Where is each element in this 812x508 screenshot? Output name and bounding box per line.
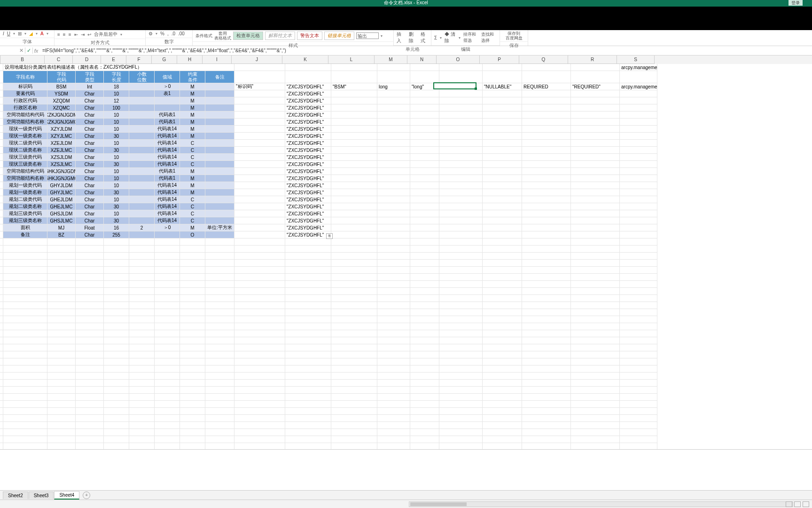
cell[interactable]	[285, 246, 331, 253]
cell[interactable]	[483, 161, 522, 168]
cell[interactable]	[620, 380, 657, 387]
table-cell[interactable]: 10	[104, 210, 129, 217]
cell[interactable]	[439, 97, 483, 104]
cell[interactable]	[3, 246, 47, 253]
table-cell[interactable]: 现状二级类代码	[3, 140, 47, 147]
table-cell[interactable]: MJ	[47, 224, 76, 231]
cell[interactable]	[285, 309, 331, 316]
cell[interactable]	[76, 260, 104, 267]
cell[interactable]	[155, 274, 180, 281]
cell[interactable]	[129, 295, 155, 302]
cell[interactable]	[47, 380, 76, 387]
cell[interactable]	[483, 246, 522, 253]
view-normal-button[interactable]	[786, 501, 792, 507]
cell[interactable]	[155, 260, 180, 267]
cell[interactable]	[234, 281, 285, 288]
cell[interactable]	[0, 295, 3, 302]
table-cell[interactable]: 现状三级类名称	[3, 161, 47, 168]
cell[interactable]	[3, 422, 47, 429]
cell[interactable]	[180, 274, 205, 281]
cell[interactable]	[76, 358, 104, 365]
cell[interactable]	[439, 111, 483, 119]
cell[interactable]	[439, 147, 483, 154]
inc-decimal-button[interactable]: .0	[172, 31, 175, 36]
cell[interactable]	[76, 387, 104, 394]
cell[interactable]	[47, 337, 76, 344]
cell[interactable]	[377, 394, 410, 401]
cell[interactable]	[439, 408, 483, 415]
cell[interactable]	[3, 429, 47, 436]
cell[interactable]	[571, 344, 620, 351]
cell[interactable]	[47, 351, 76, 358]
table-cell[interactable]: YSDM	[47, 90, 76, 97]
table-cell[interactable]	[205, 133, 234, 140]
cell[interactable]	[234, 175, 285, 182]
cell[interactable]	[377, 147, 410, 154]
table-cell[interactable]	[155, 97, 180, 104]
table-cell[interactable]: XZEJLDM	[47, 140, 76, 147]
cell[interactable]	[620, 351, 657, 358]
cell[interactable]	[522, 111, 571, 119]
cell[interactable]	[0, 302, 3, 309]
table-cell[interactable]: 30	[104, 147, 129, 154]
cell[interactable]	[205, 358, 234, 365]
cell[interactable]	[571, 302, 620, 309]
table-cell[interactable]	[129, 90, 155, 97]
cell[interactable]	[234, 436, 285, 443]
table-cell[interactable]	[129, 119, 155, 126]
cell[interactable]	[76, 330, 104, 337]
cell[interactable]	[104, 422, 129, 429]
cell[interactable]	[571, 140, 620, 147]
cell[interactable]	[331, 168, 377, 175]
cell[interactable]	[205, 365, 234, 373]
table-cell[interactable]: XZSJLMC	[47, 161, 76, 168]
cell[interactable]	[620, 217, 657, 224]
cell[interactable]	[0, 443, 3, 450]
cell[interactable]	[331, 373, 377, 380]
cell[interactable]	[377, 337, 410, 344]
cell[interactable]: arcpy.manageme	[620, 83, 657, 90]
cell[interactable]	[234, 231, 285, 238]
cell[interactable]	[522, 267, 571, 274]
cell[interactable]	[47, 274, 76, 281]
cell[interactable]	[377, 246, 410, 253]
cell[interactable]	[377, 140, 410, 147]
table-cell[interactable]: Char	[76, 119, 104, 126]
cell[interactable]	[620, 387, 657, 394]
cell[interactable]	[522, 210, 571, 217]
cell[interactable]	[331, 422, 377, 429]
cell[interactable]	[285, 260, 331, 267]
cell[interactable]	[410, 365, 439, 373]
cell[interactable]	[47, 267, 76, 274]
cell[interactable]	[571, 373, 620, 380]
cell[interactable]	[377, 260, 410, 267]
cell[interactable]	[234, 267, 285, 274]
cell[interactable]	[285, 337, 331, 344]
table-cell[interactable]: GHKJGNJGDM	[47, 168, 76, 175]
cell[interactable]	[331, 97, 377, 104]
cell[interactable]	[3, 323, 47, 330]
cell[interactable]	[571, 182, 620, 189]
cell[interactable]	[377, 210, 410, 217]
cell[interactable]	[483, 302, 522, 309]
cell[interactable]	[331, 401, 377, 408]
cell[interactable]	[285, 387, 331, 394]
cell[interactable]	[410, 281, 439, 288]
cell[interactable]	[129, 337, 155, 344]
cell[interactable]	[285, 365, 331, 373]
cell[interactable]	[331, 147, 377, 154]
cell[interactable]	[104, 330, 129, 337]
cell[interactable]	[47, 358, 76, 365]
cell[interactable]: "ZXCJSYDGHFL"	[285, 119, 331, 126]
cell[interactable]	[571, 337, 620, 344]
cell[interactable]	[483, 358, 522, 365]
cell[interactable]	[571, 104, 620, 111]
cell[interactable]	[180, 415, 205, 422]
cell[interactable]	[129, 281, 155, 288]
cell[interactable]	[0, 365, 3, 373]
cell[interactable]	[285, 415, 331, 422]
cell[interactable]	[3, 309, 47, 316]
table-cell[interactable]: 30	[104, 133, 129, 140]
cell[interactable]	[522, 196, 571, 203]
cell[interactable]	[234, 126, 285, 133]
